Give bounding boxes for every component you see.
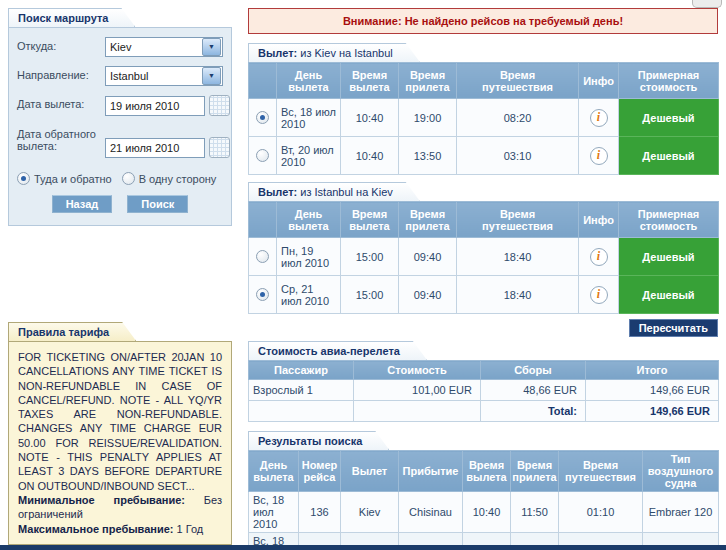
cheap-fare-button[interactable]: Дешевый <box>619 276 719 314</box>
col-total: Итого <box>586 361 719 380</box>
col-price: Примерная стоимость <box>625 208 713 232</box>
results-table: День вылета Номер рейса Вылет Прибытие В… <box>248 450 719 550</box>
back-button[interactable]: Назад <box>52 195 113 213</box>
col-fees: Сборы <box>481 361 586 380</box>
roundtrip-radio[interactable] <box>17 172 30 185</box>
flight-duration: 08:20 <box>457 99 579 137</box>
outbound-tab: Вылет: из Kiev на Istanbul <box>248 43 420 62</box>
inbound-row-1: Пн, 19 июл 2010 15:00 09:40 18:40 i Деше… <box>249 238 719 276</box>
results-tab: Результаты поиска <box>248 431 389 450</box>
col-arrive: Время прилета <box>511 451 559 492</box>
info-icon[interactable]: i <box>590 286 608 304</box>
outbound-title-label: Вылет: <box>258 47 297 59</box>
col-day: День вылета <box>279 69 338 93</box>
right-column: Внимание: Не найдено рейсов на требуемый… <box>248 8 718 550</box>
to-row: Направление: Istanbul ▼ <box>17 66 223 86</box>
seg-flight-no: 136 <box>299 492 341 533</box>
return-date-input[interactable] <box>105 138 205 158</box>
fare-rules-body: FOR TICKETING ON/AFTER 20JAN 10 CANCELLA… <box>8 341 232 545</box>
corner-widget <box>692 0 722 8</box>
radio-col-header <box>249 202 277 238</box>
oneway-label: В одну сторону <box>139 173 217 185</box>
outbound-header-row: День вылета Время вылета Время прилета В… <box>249 63 719 99</box>
col-day: День вылета <box>249 451 299 492</box>
flight-arrive-time: 13:50 <box>399 137 457 175</box>
col-depart: Время вылета <box>463 451 511 492</box>
chevron-down-icon[interactable]: ▼ <box>202 67 221 85</box>
flight-select-radio[interactable] <box>256 111 269 124</box>
col-info: Инфо <box>583 214 614 226</box>
inbound-tab: Вылет: из Istanbul на Kiev <box>248 182 420 201</box>
cheap-fare-button[interactable]: Дешевый <box>619 238 719 276</box>
col-from: Вылет <box>341 451 399 492</box>
total-value: 149,66 EUR <box>586 401 719 422</box>
col-arrive: Время прилета <box>401 208 454 232</box>
col-passenger: Пассажир <box>249 361 354 380</box>
results-row-1: Вс, 18 июл 2010 136 Kiev Chisinau 10:40 … <box>249 492 719 533</box>
cheap-fare-button[interactable]: Дешевый <box>619 99 719 137</box>
search-panel: Откуда: Kiev ▼ Направление: Istanbul ▼ Д… <box>8 27 232 226</box>
cost-cell: 101,00 EUR <box>354 380 481 401</box>
roundtrip-label: Туда и обратно <box>34 173 112 185</box>
outbound-title-text: из Kiev на Istanbul <box>300 47 392 59</box>
outbound-row-1: Вс, 18 июл 2010 10:40 19:00 08:20 i Деше… <box>249 99 719 137</box>
flight-duration: 03:10 <box>457 137 579 175</box>
recalculate-button[interactable]: Пересчитать <box>629 319 718 337</box>
info-icon[interactable]: i <box>590 109 608 127</box>
return-date-label: Дата обратного вылета: <box>17 125 105 152</box>
inbound-header-row: День вылета Время вылета Время прилета В… <box>249 202 719 238</box>
fees-cell: 48,66 EUR <box>481 380 586 401</box>
bottom-divider <box>0 545 726 550</box>
flight-duration: 18:40 <box>457 238 579 276</box>
col-duration: Время путешествия <box>474 208 562 232</box>
flight-depart-time: 15:00 <box>341 238 399 276</box>
max-stay-label: Максимальное пребывание: <box>18 523 174 535</box>
oneway-option[interactable]: В одну сторону <box>122 172 217 185</box>
calendar-icon[interactable] <box>209 137 230 158</box>
depart-date-label: Дата вылета: <box>17 95 105 110</box>
empty-cell <box>354 401 481 422</box>
flight-select-radio[interactable] <box>256 149 269 162</box>
to-label: Направление: <box>17 66 105 81</box>
flight-depart-time: 15:00 <box>341 276 399 314</box>
cheap-fare-button[interactable]: Дешевый <box>619 137 719 175</box>
chevron-down-icon[interactable]: ▼ <box>202 38 221 56</box>
inbound-row-2: Ср, 21 июл 2010 15:00 09:40 18:40 i Деше… <box>249 276 719 314</box>
flight-day: Вт, 20 июл 2010 <box>277 137 341 175</box>
col-duration: Время путешествия <box>474 69 562 93</box>
col-aircraft: Тип воздушного судна <box>643 451 719 492</box>
page: Поиск маршрута Откуда: Kiev ▼ Направлени… <box>0 0 726 550</box>
roundtrip-option[interactable]: Туда и обратно <box>17 172 112 185</box>
seg-day: Вс, 18 июл 2010 <box>249 492 299 533</box>
flight-depart-time: 10:40 <box>341 137 399 175</box>
info-icon[interactable]: i <box>590 147 608 165</box>
price-row-1: Взрослый 1 101,00 EUR 48,66 EUR 149,66 E… <box>249 380 719 401</box>
depart-date-row: Дата вылета: <box>17 95 223 116</box>
col-flight-no: Номер рейса <box>299 451 341 492</box>
return-date-row: Дата обратного вылета: <box>17 125 223 158</box>
flight-arrive-time: 09:40 <box>399 238 457 276</box>
search-button[interactable]: Поиск <box>127 195 188 213</box>
calendar-icon[interactable] <box>209 95 230 116</box>
flight-select-radio[interactable] <box>256 288 269 301</box>
recalc-row: Пересчитать <box>248 319 718 337</box>
min-stay-label: Минимальное пребывание: <box>18 494 185 506</box>
flight-day: Ср, 21 июл 2010 <box>277 276 341 314</box>
flight-day: Вс, 18 июл 2010 <box>277 99 341 137</box>
oneway-radio[interactable] <box>122 172 135 185</box>
left-column: Поиск маршрута Откуда: Kiev ▼ Направлени… <box>8 8 232 226</box>
info-icon[interactable]: i <box>590 248 608 266</box>
inbound-title-text: из Istanbul на Kiev <box>300 186 392 198</box>
from-select[interactable]: Kiev ▼ <box>105 37 223 57</box>
passenger-cell: Взрослый 1 <box>249 380 354 401</box>
depart-date-input[interactable] <box>105 96 205 116</box>
flight-select-radio[interactable] <box>256 250 269 263</box>
search-buttons-row: Назад Поиск <box>17 195 223 215</box>
seg-arrive: 11:50 <box>511 492 559 533</box>
to-select[interactable]: Istanbul ▼ <box>105 66 223 86</box>
col-duration: Время путешествия <box>559 451 643 492</box>
seg-duration: 01:10 <box>559 492 643 533</box>
fare-rules-tab: Правила тарифа <box>8 322 136 341</box>
row-total-cell: 149,66 EUR <box>586 380 719 401</box>
fare-rules-text: FOR TICKETING ON/AFTER 20JAN 10 CANCELLA… <box>18 351 222 492</box>
